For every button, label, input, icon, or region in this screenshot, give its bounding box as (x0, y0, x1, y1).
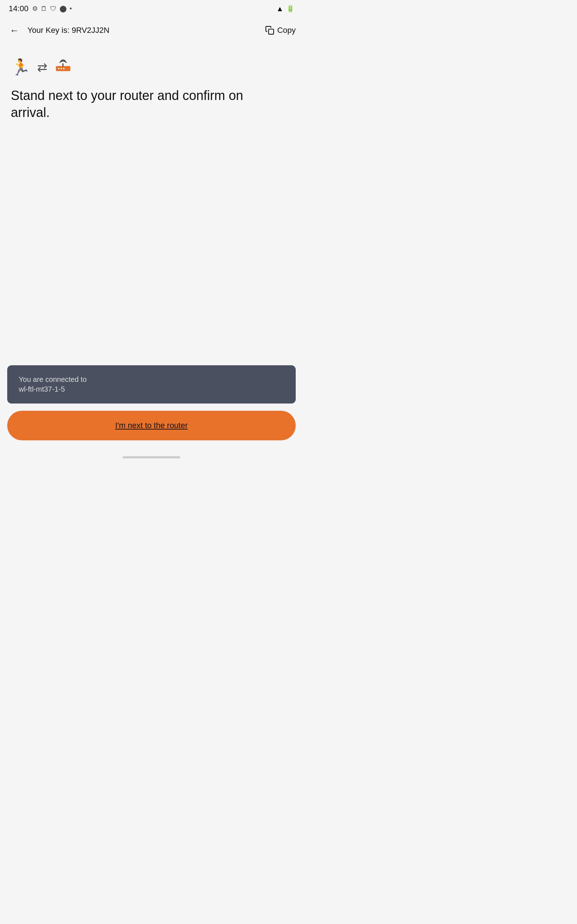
svg-point-2 (58, 68, 60, 69)
icon-row: 🏃 ⇄ (11, 58, 292, 76)
bottom-area: You are connected to wl-ftl-mt37-1-5 I'm… (0, 365, 303, 440)
dot-icon: • (69, 5, 72, 13)
svg-rect-5 (62, 63, 63, 66)
copy-button[interactable]: Copy (265, 26, 296, 35)
app-bar-title: Your Key is: 9RV2JJ2N (27, 26, 109, 35)
app-bar: ← Your Key is: 9RV2JJ2N Copy (0, 17, 303, 43)
copy-label: Copy (277, 26, 296, 35)
svg-rect-0 (268, 29, 273, 34)
svg-point-4 (63, 68, 64, 69)
settings-icon: ⚙ (32, 5, 38, 13)
main-content: 🏃 ⇄ Stand next to your router and confir… (0, 43, 303, 129)
status-icons: ⚙ 🗒 🛡 ⬤ • (32, 5, 72, 13)
circle-icon: ⬤ (60, 5, 67, 13)
copy-icon (265, 26, 274, 35)
back-button[interactable]: ← (7, 23, 22, 37)
connection-network: wl-ftl-mt37-1-5 (19, 385, 284, 393)
app-bar-left: ← Your Key is: 9RV2JJ2N (7, 23, 109, 37)
status-bar: 14:00 ⚙ 🗒 🛡 ⬤ • ▲ 🔋 (0, 0, 303, 17)
arrows-icon: ⇄ (37, 60, 47, 74)
svg-point-3 (61, 68, 62, 69)
battery-icon: 🔋 (286, 5, 294, 13)
main-heading: Stand next to your router and confirm on… (11, 87, 256, 121)
status-bar-right: ▲ 🔋 (276, 5, 294, 13)
clipboard-icon: 🗒 (41, 5, 47, 13)
next-to-router-label: I'm next to the router (115, 421, 187, 430)
wifi-icon: ▲ (276, 5, 284, 13)
status-bar-left: 14:00 ⚙ 🗒 🛡 ⬤ • (9, 4, 72, 13)
connection-card: You are connected to wl-ftl-mt37-1-5 (7, 365, 296, 404)
status-time: 14:00 (9, 4, 29, 13)
router-icon (54, 58, 73, 76)
next-to-router-button[interactable]: I'm next to the router (7, 411, 296, 440)
shield-icon: 🛡 (50, 5, 56, 13)
person-running-icon: 🏃 (11, 58, 31, 76)
back-arrow-icon: ← (10, 25, 19, 36)
home-bar (122, 456, 180, 459)
connection-label: You are connected to (19, 375, 284, 384)
